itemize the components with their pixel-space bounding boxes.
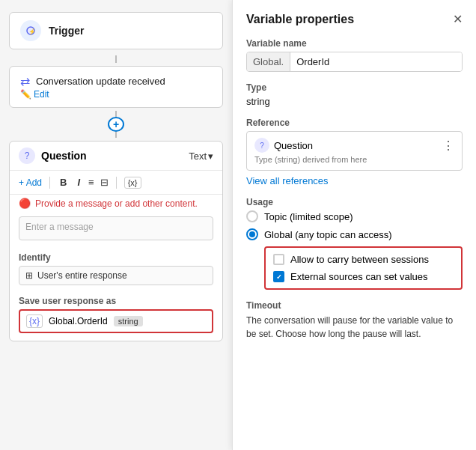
more-options-icon[interactable]: ⋮ — [442, 139, 454, 153]
type-section: Type string — [246, 82, 463, 107]
save-label: Save user response as — [19, 296, 213, 306]
timeout-description: The conversation will pause for the vari… — [246, 314, 463, 341]
ordered-list-button[interactable]: ⊟ — [100, 177, 109, 188]
save-box[interactable]: {x} Global.OrderId string — [19, 309, 213, 333]
variable-prefix: Global. — [247, 52, 290, 71]
external-sources-row: ✓ External sources can set values — [273, 271, 454, 282]
variable-name-value[interactable]: OrderId — [290, 52, 462, 71]
identify-label: Identify — [19, 252, 213, 263]
chevron-down-icon: ▾ — [208, 150, 213, 162]
separator-1 — [49, 177, 50, 189]
trigger-card: ⚡ Trigger — [9, 12, 223, 49]
allow-carry-row: Allow to carry between sessions — [273, 254, 454, 265]
trigger-label: Trigger — [49, 25, 84, 37]
topic-label: Topic (limited scope) — [264, 211, 353, 222]
topic-radio-row[interactable]: Topic (limited scope) — [246, 210, 463, 222]
type-label: Type — [246, 82, 463, 93]
error-icon: 🔴 — [19, 198, 31, 209]
reference-sub: Type (string) derived from here — [254, 155, 454, 164]
bold-button[interactable]: B — [58, 175, 69, 189]
reference-left: ? Question — [254, 138, 313, 153]
reference-row: ? Question ⋮ — [254, 138, 454, 153]
variable-icon: {x} — [26, 314, 43, 328]
question-label: Question — [41, 150, 87, 162]
variable-name-label: Variable name — [246, 38, 463, 49]
save-type-badge: string — [114, 316, 143, 326]
external-sources-label: External sources can set values — [290, 271, 428, 282]
reference-label: Reference — [246, 118, 463, 128]
error-text: Provide a message or add other content. — [35, 198, 198, 209]
reference-name: Question — [274, 140, 313, 151]
italic-button[interactable]: I — [75, 175, 82, 189]
save-section: Save user response as {x} Global.OrderId… — [10, 291, 222, 341]
add-node-button[interactable]: + — [108, 117, 124, 132]
type-label: Text — [189, 150, 207, 162]
save-var-name: Global.OrderId — [49, 316, 108, 326]
add-connector: + — [9, 111, 223, 138]
variable-name-box: Global. OrderId — [246, 52, 463, 72]
question-header: ? Question Text ▾ — [10, 142, 222, 171]
variable-properties-panel: Variable properties ✕ Variable name Glob… — [232, 0, 476, 450]
question-card: ? Question Text ▾ + Add B I ≡ ⊟ {x} 🔴 Pr… — [9, 141, 223, 341]
left-panel: ⚡ Trigger ⇄ Conversation update received… — [0, 0, 232, 450]
timeout-section: Timeout The conversation will pause for … — [246, 300, 463, 341]
identify-box[interactable]: ⊞ User's entire response — [19, 266, 213, 285]
checkmark-icon: ✓ — [276, 273, 282, 281]
global-radio[interactable] — [246, 228, 258, 240]
reference-section: Reference ? Question ⋮ Type (string) der… — [246, 118, 463, 186]
variable-name-section: Variable name Global. OrderId — [246, 38, 463, 72]
message-input[interactable]: Enter a message — [19, 216, 213, 240]
close-button[interactable]: ✕ — [453, 12, 463, 26]
type-selector[interactable]: Text ▾ — [189, 150, 213, 162]
view-all-references-link[interactable]: View all references — [246, 175, 329, 186]
svg-text:⚡: ⚡ — [28, 28, 36, 35]
question-header-left: ? Question — [19, 148, 87, 164]
variable-button[interactable]: {x} — [124, 177, 141, 189]
list-button[interactable]: ≡ — [88, 177, 94, 188]
add-button[interactable]: + Add — [19, 177, 42, 188]
question-icon: ? — [19, 148, 35, 164]
type-value: string — [246, 96, 463, 107]
identify-value: User's entire response — [37, 270, 127, 281]
edit-link[interactable]: ✏️ Edit — [20, 89, 49, 100]
usage-section: Usage Topic (limited scope) Global (any … — [246, 197, 463, 290]
conversation-title: Conversation update received — [36, 76, 165, 87]
reference-question-icon: ? — [254, 138, 269, 153]
question-toolbar: + Add B I ≡ ⊟ {x} — [10, 171, 222, 195]
panel-header: Variable properties ✕ — [246, 12, 463, 26]
global-options-box: Allow to carry between sessions ✓ Extern… — [264, 246, 463, 290]
global-radio-inner — [249, 231, 255, 237]
conversation-icon: ⇄ — [20, 74, 30, 88]
message-placeholder: Enter a message — [25, 222, 94, 232]
reference-box: ? Question ⋮ Type (string) derived from … — [246, 131, 463, 171]
panel-title: Variable properties — [246, 13, 354, 26]
usage-label: Usage — [246, 197, 463, 207]
allow-carry-checkbox[interactable] — [273, 254, 284, 265]
topic-radio[interactable] — [246, 210, 258, 222]
separator-2 — [116, 177, 117, 189]
global-radio-row[interactable]: Global (any topic can access) — [246, 228, 463, 240]
edit-pencil-icon: ✏️ — [20, 89, 31, 100]
timeout-label: Timeout — [246, 300, 463, 311]
error-row: 🔴 Provide a message or add other content… — [10, 195, 222, 212]
trigger-icon: ⚡ — [20, 20, 41, 41]
conversation-card: ⇄ Conversation update received ✏️ Edit — [9, 66, 223, 108]
identify-section: Identify ⊞ User's entire response — [10, 248, 222, 291]
global-label: Global (any topic can access) — [264, 229, 392, 240]
external-sources-checkbox[interactable]: ✓ — [273, 271, 284, 282]
connector-1 — [9, 55, 223, 63]
allow-carry-label: Allow to carry between sessions — [290, 254, 429, 265]
table-icon: ⊞ — [25, 270, 33, 281]
